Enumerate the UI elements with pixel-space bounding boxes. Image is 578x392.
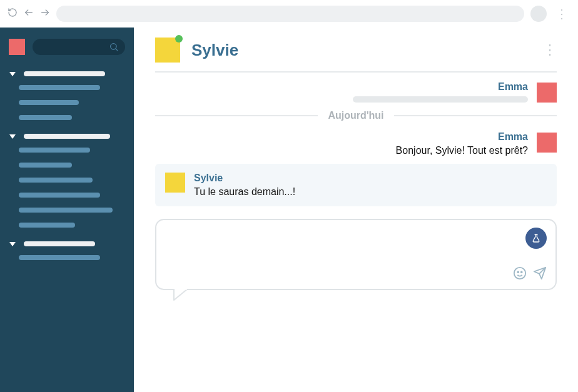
sidebar-section-1[interactable] — [9, 70, 125, 78]
sidebar-item[interactable] — [19, 100, 79, 105]
message-sender: Sylvie — [194, 173, 295, 184]
svg-marker-4 — [9, 72, 16, 76]
sidebar-item[interactable] — [19, 115, 72, 120]
sidebar-item[interactable] — [19, 148, 90, 153]
sidebar-section-label — [24, 71, 105, 76]
message-row: Emma Bonjour, Sylvie! Tout est prêt? — [155, 131, 557, 156]
message-placeholder — [353, 96, 528, 103]
reload-icon[interactable] — [8, 8, 18, 20]
sidebar-item[interactable] — [19, 85, 100, 90]
sidebar-item[interactable] — [19, 255, 100, 260]
message-input[interactable] — [155, 219, 557, 290]
sender-avatar[interactable] — [537, 133, 557, 153]
svg-marker-6 — [9, 242, 16, 246]
browser-toolbar: ⋮ — [0, 0, 578, 28]
sidebar-item[interactable] — [19, 163, 72, 168]
chevron-down-icon — [9, 240, 16, 248]
presence-indicator — [175, 35, 183, 43]
message-row: Sylvie Tu le sauras demain...! — [155, 164, 557, 206]
chat-title: Sylvie — [191, 41, 238, 60]
back-icon[interactable] — [24, 8, 34, 20]
profile-avatar[interactable] — [530, 6, 547, 22]
chevron-down-icon — [9, 133, 16, 140]
svg-point-8 — [517, 271, 519, 273]
svg-point-7 — [514, 268, 525, 279]
chat-menu-icon[interactable]: ⋮ — [543, 42, 557, 58]
date-divider: Aujourd'hui — [155, 110, 557, 121]
lab-icon[interactable] — [525, 228, 547, 249]
message-text: Tu le sauras demain...! — [194, 186, 295, 198]
sidebar-section-label — [24, 241, 95, 246]
chat-header: Sylvie ⋮ — [155, 38, 557, 73]
sidebar-section-2[interactable] — [9, 133, 125, 140]
browser-menu-icon[interactable]: ⋮ — [553, 6, 570, 21]
composer-tail — [173, 289, 189, 301]
sidebar-item[interactable] — [19, 193, 100, 198]
message-text: Bonjour, Sylvie! Tout est prêt? — [396, 145, 528, 156]
chevron-down-icon — [9, 70, 16, 78]
message-sender: Emma — [396, 131, 528, 143]
sidebar-section-3[interactable] — [9, 240, 125, 248]
svg-point-9 — [521, 271, 522, 273]
forward-icon[interactable] — [40, 8, 50, 20]
emoji-icon[interactable] — [513, 266, 527, 283]
svg-line-3 — [116, 49, 118, 51]
workspace-icon[interactable] — [9, 39, 25, 55]
search-input[interactable] — [33, 39, 125, 55]
sidebar — [0, 28, 134, 392]
address-bar[interactable] — [56, 6, 524, 22]
sidebar-item[interactable] — [19, 223, 75, 228]
sidebar-section-label — [24, 134, 110, 139]
date-label: Aujourd'hui — [328, 110, 383, 121]
messages-list: Emma Aujourd'hui Emma Bonjour, Sylvie! T… — [155, 73, 557, 392]
message-sender: Emma — [353, 81, 528, 93]
message-row: Emma — [155, 81, 557, 103]
search-icon — [109, 42, 119, 52]
sender-avatar[interactable] — [165, 173, 185, 193]
sidebar-item[interactable] — [19, 208, 113, 213]
svg-marker-5 — [9, 134, 16, 139]
svg-point-2 — [111, 44, 116, 49]
sender-avatar[interactable] — [537, 83, 557, 103]
send-icon[interactable] — [533, 266, 547, 283]
sidebar-item[interactable] — [19, 178, 93, 183]
composer-wrap — [155, 219, 557, 296]
chat-panel: Sylvie ⋮ Emma Aujourd'hui — [134, 28, 578, 392]
